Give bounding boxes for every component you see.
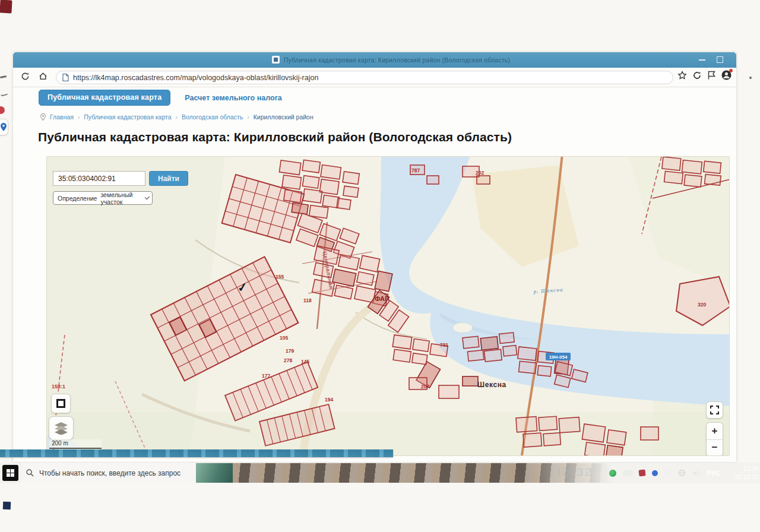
parcel-ref-label: 158:1 — [52, 384, 65, 390]
breadcrumb-separator: › — [247, 114, 249, 121]
layers-icon — [54, 422, 68, 435]
parcel-number: 207 — [421, 384, 429, 390]
taskbar-search[interactable]: Чтобы начать поиск, введите здесь запрос — [21, 463, 196, 483]
parcel-number: 179 — [286, 348, 294, 354]
photo-artifact-red-dot — [0, 106, 5, 114]
clock-date: 10.12.20 — [722, 473, 759, 481]
fap-label: ФАП — [375, 295, 390, 302]
antivirus-tray-icon[interactable] — [609, 470, 616, 477]
cadastral-map[interactable]: 19Н-054 ФАП Шексна р. Шексна Центральная… — [46, 156, 730, 456]
definition-label: Определение — [58, 195, 97, 202]
parcel-number: 731 — [440, 342, 448, 348]
language-indicator[interactable]: РУС — [707, 470, 721, 477]
page-security-icon — [62, 74, 69, 81]
volume-icon[interactable] — [692, 470, 701, 477]
system-tray: РУС — [609, 463, 721, 483]
photo-artifact-red-square — [0, 0, 12, 14]
battery-icon[interactable] — [623, 470, 632, 476]
breadcrumb-separator: › — [78, 114, 80, 121]
bookmark-star-icon[interactable] — [677, 71, 687, 80]
site-tabs: Публичная кадастровая карта Расчет земел… — [39, 90, 282, 106]
parcel-number: 320 — [698, 302, 706, 308]
toolbar-right-icons — [677, 70, 732, 80]
definition-value: земельный участок — [100, 191, 141, 205]
start-button[interactable] — [2, 465, 18, 481]
tab-public-cadastral-map[interactable]: Публичная кадастровая карта — [39, 90, 170, 106]
taskbar-search-placeholder: Чтобы начать поиск, введите здесь запрос — [39, 469, 180, 477]
url-text: https://lk4map.roscadastres.com/map/volo… — [73, 74, 318, 82]
photo-artifact-navy-square — [3, 502, 11, 509]
photo-artifact-dash — [0, 75, 7, 78]
cadastral-search-input[interactable] — [53, 171, 145, 186]
network-icon[interactable] — [678, 469, 686, 477]
clock-time: 13:39 — [722, 464, 759, 473]
photo-artifact-curve — [0, 89, 8, 97]
find-button[interactable]: Найти — [149, 171, 188, 186]
checkmark-annotation: ✓ — [236, 280, 248, 294]
breadcrumb: Главная › Публичная кадастровая карта › … — [40, 113, 314, 121]
photo-artifact-small-dot — [749, 77, 752, 79]
breadcrumb-region[interactable]: Вологодская область — [182, 113, 243, 121]
fullscreen-icon — [710, 406, 719, 414]
tab-land-tax[interactable]: Расчет земельного налога — [185, 94, 281, 102]
minimize-button[interactable] — [699, 59, 705, 61]
location-pin-icon — [1, 123, 7, 131]
page-title: Публичная кадастровая карта: Кирилловски… — [38, 130, 512, 144]
parcel-number: 787 — [411, 167, 420, 173]
tab-favicon — [272, 56, 280, 64]
browser-toolbar: https://lk4map.roscadastres.com/map/volo… — [13, 68, 736, 87]
red-app-tray-icon[interactable] — [638, 469, 645, 476]
site-content: Публичная кадастровая карта Расчет земел… — [13, 87, 736, 462]
parcel-number: 194 — [325, 397, 333, 403]
watermark-text: ID 32 — [557, 465, 593, 479]
collections-flag-icon[interactable] — [707, 71, 716, 80]
parcel-number: 155 — [276, 274, 284, 280]
window-titlebar: Публичная кадастровая карта: Кирилловски… — [13, 52, 736, 68]
maximize-button[interactable] — [717, 56, 723, 63]
window-title: Публичная кадастровая карта: Кирилловски… — [284, 56, 510, 64]
search-icon — [26, 469, 34, 477]
settlement-label: Шексна — [477, 381, 506, 389]
parcel-number: 118 — [303, 297, 312, 303]
extent-tool-button[interactable] — [51, 394, 71, 413]
breadcrumb-map[interactable]: Публичная кадастровая карта — [84, 113, 171, 121]
river-label: р. Шексна — [533, 287, 563, 295]
taskbar-app-thumbnail[interactable] — [196, 463, 233, 483]
road-badge-label: 19Н-054 — [549, 354, 568, 360]
road-badge: 19Н-054 — [546, 353, 571, 360]
profile-avatar[interactable] — [721, 70, 732, 80]
zoom-out-button[interactable]: − — [707, 439, 723, 456]
sync-icon[interactable] — [692, 71, 702, 80]
browser-tray-icon[interactable] — [664, 470, 672, 477]
geo-pin-icon — [40, 113, 46, 121]
parcel-number: 202 — [476, 170, 484, 176]
parcel-number: 177 — [262, 373, 270, 379]
breadcrumb-home[interactable]: Главная — [50, 113, 74, 121]
zoom-control: + − — [706, 422, 723, 456]
taskbar-clock[interactable]: 13:39 10.12.20 — [722, 464, 759, 481]
reload-icon[interactable] — [19, 72, 31, 83]
breadcrumb-separator: › — [176, 114, 178, 121]
chevron-down-icon — [144, 195, 150, 200]
blue-app-tray-icon[interactable] — [652, 470, 658, 476]
browser-window: Публичная кадастровая карта: Кирилловски… — [13, 52, 736, 462]
photo-artifact-pin-tile — [0, 119, 8, 135]
windows-logo-icon — [7, 469, 15, 477]
scale-bar: 200 m — [49, 439, 102, 449]
parcel-number: 278 — [284, 357, 292, 363]
address-bar[interactable]: https://lk4map.roscadastres.com/map/volo… — [56, 71, 673, 84]
layers-button[interactable] — [49, 416, 74, 440]
parcel-number: 105 — [280, 335, 288, 341]
map-attribution-strip — [0, 449, 393, 457]
zoom-in-button[interactable]: + — [707, 423, 723, 439]
breadcrumb-district[interactable]: Кирилловский район — [254, 113, 314, 121]
home-icon[interactable] — [37, 72, 49, 83]
parcel-number: 145 — [301, 359, 309, 365]
windows-taskbar: Чтобы начать поиск, введите здесь запрос… — [0, 463, 760, 483]
definition-dropdown[interactable]: Определение земельный участок — [53, 191, 153, 205]
extent-icon — [56, 399, 65, 408]
fullscreen-button[interactable] — [706, 401, 723, 419]
notification-dot — [729, 69, 733, 72]
